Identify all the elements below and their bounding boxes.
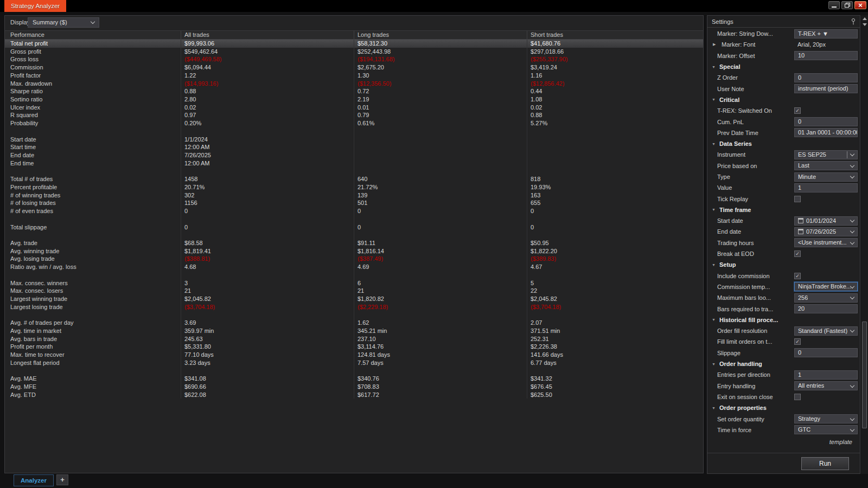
table-row[interactable]: Sharpe ratio0.880.720.44 <box>5 87 703 95</box>
table-row[interactable]: Ulcer index0.020.010.02 <box>5 104 703 112</box>
table-row[interactable]: Start date1/1/2024 <box>5 136 703 144</box>
settings-category[interactable]: ▼Setup <box>707 259 860 270</box>
table-row[interactable]: Start time12:00 AM <box>5 143 703 151</box>
scrollbar-thumb[interactable] <box>862 322 867 428</box>
setting-date[interactable]: 07/26/2025 <box>794 227 858 236</box>
table-row[interactable]: Gross profit$549,462.64$252,443.98$297,0… <box>5 48 703 56</box>
setting-checkbox[interactable]: ✓ <box>794 273 801 279</box>
settings-category[interactable]: ▼Time frame <box>707 204 860 215</box>
table-row[interactable] <box>5 168 703 176</box>
settings-category[interactable]: ▼Historical fill proce... <box>707 314 860 325</box>
setting-checkbox[interactable]: ✓ <box>794 338 801 345</box>
table-row[interactable]: End time12:00 AM <box>5 159 703 168</box>
settings-category[interactable]: ▼Critical <box>707 94 860 105</box>
table-row[interactable]: Longest flat period3.23 days7.57 days6.7… <box>5 359 703 367</box>
scroll-down-icon[interactable] <box>863 23 867 26</box>
table-row[interactable]: # of even trades000 <box>5 207 703 215</box>
minimize-button[interactable] <box>828 1 840 9</box>
setting-input[interactable]: 0 <box>794 117 858 126</box>
table-row[interactable]: Largest winning trade$2,045.82$1,820.82$… <box>5 295 703 303</box>
table-row[interactable] <box>5 231 703 239</box>
template-link[interactable]: template <box>829 439 852 445</box>
table-row[interactable]: Total net profit$99,993.06$58,312.30$41,… <box>5 40 703 48</box>
setting-date[interactable]: 01/01/2024 <box>794 216 858 226</box>
table-row[interactable] <box>5 271 703 279</box>
setting-input[interactable]: T-REX + ▼ <box>794 29 858 38</box>
table-row[interactable]: Max. consec. losers212122 <box>5 287 703 295</box>
setting-select[interactable]: <Use instrument... <box>794 238 858 247</box>
table-row[interactable]: Max. drawdown($14,993.16)($12,356.50)($1… <box>5 80 703 88</box>
table-row[interactable] <box>5 367 703 375</box>
setting-input[interactable]: 1 <box>794 370 858 380</box>
settings-scrollbar[interactable] <box>861 15 868 474</box>
table-row[interactable]: End date7/26/2025 <box>5 151 703 159</box>
table-row[interactable]: Total # of trades1458640818 <box>5 175 703 183</box>
expander-icon[interactable]: ▶ <box>713 42 716 47</box>
table-row[interactable]: Probability0.20%0.61%5.27% <box>5 119 703 127</box>
table-row[interactable]: Commission$6,094.44$2,675.20$3,419.24 <box>5 63 703 72</box>
setting-select[interactable]: Last <box>794 161 858 170</box>
column-header-short-trades[interactable]: Short trades <box>527 31 703 39</box>
table-row[interactable]: Sortino ratio2.802.191.08 <box>5 95 703 104</box>
settings-category[interactable]: ▼Order handling <box>707 358 860 369</box>
settings-category[interactable]: ▼Order properties <box>707 402 860 413</box>
table-row[interactable]: Profit factor1.221.301.16 <box>5 72 703 80</box>
table-row[interactable] <box>5 127 703 136</box>
scroll-up-icon[interactable] <box>863 17 867 20</box>
run-button[interactable]: Run <box>801 457 849 470</box>
window-title-tab[interactable]: Strategy Analyzer <box>4 0 66 12</box>
table-row[interactable] <box>5 311 703 319</box>
column-header-performance[interactable]: Performance <box>5 31 181 39</box>
setting-select[interactable]: NinjaTrader Broke... <box>794 282 858 291</box>
setting-combo[interactable]: ES SEP25 <box>794 150 858 159</box>
table-row[interactable]: Avg. time in market359.97 min345.21 min3… <box>5 327 703 335</box>
setting-checkbox[interactable] <box>794 394 801 400</box>
table-row[interactable]: Avg. # of trades per day3.691.622.07 <box>5 319 703 327</box>
table-row[interactable]: Largest losing trade($3,704.18)($2,229.1… <box>5 303 703 311</box>
setting-select[interactable]: 256 <box>794 293 858 303</box>
column-header-long-trades[interactable]: Long trades <box>354 31 527 39</box>
setting-input[interactable]: 1 <box>794 183 858 192</box>
setting-checkbox[interactable] <box>794 196 801 202</box>
pin-icon[interactable] <box>851 18 856 25</box>
table-row[interactable]: Ratio avg. win / avg. loss4.684.694.67 <box>5 263 703 271</box>
table-row[interactable]: Percent profitable20.71%21.72%19.93% <box>5 183 703 191</box>
setting-checkbox[interactable]: ✓ <box>794 251 801 257</box>
setting-select[interactable]: All entries <box>794 381 858 390</box>
close-button[interactable]: × <box>854 1 866 9</box>
setting-select[interactable]: GTC <box>794 425 858 434</box>
table-row[interactable]: Avg. MAE$341.08$340.76$341.32 <box>5 375 703 383</box>
table-row[interactable] <box>5 215 703 223</box>
setting-input[interactable]: 20 <box>794 304 858 313</box>
table-row[interactable]: Avg. MFE$690.66$708.83$676.45 <box>5 383 703 391</box>
setting-input[interactable]: 01 Jan 0001 - 00:00:00: <box>794 128 858 137</box>
restore-button[interactable] <box>841 1 853 9</box>
table-row[interactable]: Avg. bars in trade245.63237.10252.31 <box>5 335 703 343</box>
column-header-all-trades[interactable]: All trades <box>181 31 354 39</box>
table-row[interactable]: Max. time to recover77.10 days124.81 day… <box>5 351 703 359</box>
table-row[interactable]: Avg. winning trade$1,819.41$1,816.14$1,8… <box>5 247 703 255</box>
table-row[interactable]: Avg. losing trade($388.81)($387.49)($389… <box>5 255 703 263</box>
table-row[interactable]: Avg. ETD$622.08$617.72$625.50 <box>5 391 703 399</box>
table-row[interactable]: # of winning trades302139163 <box>5 191 703 200</box>
setting-input[interactable]: 10 <box>794 51 858 60</box>
setting-input[interactable]: 0 <box>794 73 858 82</box>
table-row[interactable]: Total slippage000 <box>5 223 703 232</box>
setting-select[interactable]: Standard (Fastest) <box>794 326 858 336</box>
setting-input[interactable]: instrument (period) <box>794 84 858 93</box>
table-row[interactable]: # of losing trades1156501655 <box>5 199 703 207</box>
setting-select[interactable]: Strategy <box>794 414 858 423</box>
display-dropdown[interactable]: Summary ($) <box>28 17 99 28</box>
setting-input[interactable]: 0 <box>794 348 858 357</box>
setting-select[interactable]: Minute <box>794 172 858 182</box>
settings-category[interactable]: ▼Data Series <box>707 138 860 149</box>
setting-checkbox[interactable]: ✓ <box>794 107 801 114</box>
table-row[interactable]: Max. consec. winners365 <box>5 279 703 287</box>
tab-analyzer[interactable]: Analyzer <box>14 474 54 486</box>
add-tab-button[interactable]: + <box>56 474 68 485</box>
table-row[interactable]: R squared0.970.790.88 <box>5 111 703 119</box>
table-row[interactable]: Profit per month$5,331.80$3,114.76$2,226… <box>5 343 703 351</box>
table-row[interactable]: Gross loss($449,469.58)($194,131.68)($25… <box>5 55 703 63</box>
settings-category[interactable]: ▼Special <box>707 61 860 72</box>
table-row[interactable]: Avg. trade$68.58$91.11$50.95 <box>5 239 703 247</box>
